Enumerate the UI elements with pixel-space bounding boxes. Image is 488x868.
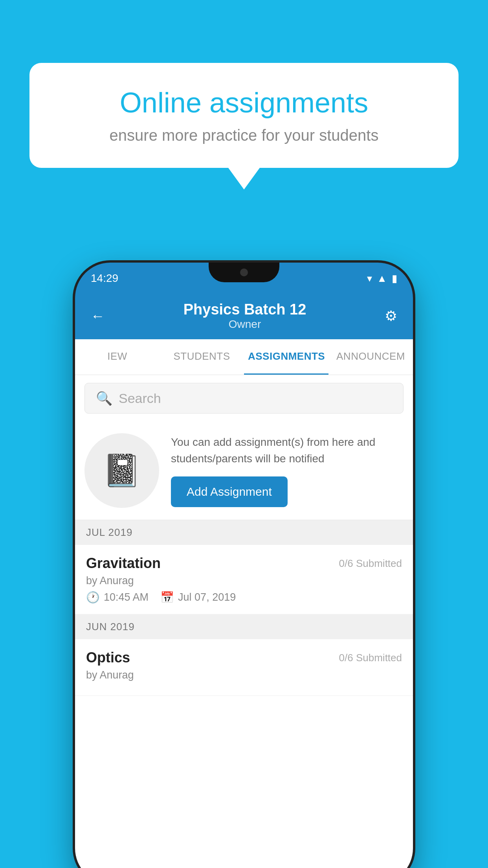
tab-students[interactable]: STUDENTS (160, 339, 244, 375)
speech-bubble-arrow (228, 168, 260, 189)
search-icon: 🔍 (96, 390, 112, 406)
assignment-submitted-optics: 0/6 Submitted (339, 652, 402, 664)
section-header-jul: JUL 2019 (75, 520, 413, 545)
phone-screen: 🔍 Search 📓 You can add assignment(s) fro… (75, 375, 413, 868)
assignment-top-row: Gravitation 0/6 Submitted (86, 555, 402, 572)
add-assignment-button[interactable]: Add Assignment (171, 476, 288, 507)
promo-content: You can add assignment(s) from here and … (171, 434, 404, 507)
promo-icon-circle: 📓 (84, 433, 159, 508)
assignment-item-optics[interactable]: Optics 0/6 Submitted by Anurag (75, 639, 413, 696)
battery-icon: ▮ (392, 272, 397, 285)
tab-overview[interactable]: IEW (75, 339, 160, 375)
assignment-date: 📅 Jul 07, 2019 (160, 591, 236, 604)
assignment-name: Gravitation (86, 555, 161, 572)
signal-icon: ▲ (377, 272, 387, 285)
batch-role: Owner (183, 318, 306, 331)
header-center: Physics Batch 12 Owner (183, 301, 306, 331)
phone-frame: 14:29 ▾ ▲ ▮ ← Physics Batch 12 Owner ⚙ I… (75, 263, 413, 868)
status-bar: 14:29 ▾ ▲ ▮ (75, 263, 413, 294)
search-placeholder: Search (119, 391, 161, 406)
assignment-meta: 🕐 10:45 AM 📅 Jul 07, 2019 (86, 591, 402, 604)
status-time: 14:29 (91, 272, 118, 285)
tab-announcements[interactable]: ANNOUNCEM (328, 339, 413, 375)
section-header-jun: JUN 2019 (75, 614, 413, 639)
calendar-icon: 📅 (160, 591, 174, 604)
wifi-icon: ▾ (367, 272, 372, 285)
status-icons: ▾ ▲ ▮ (367, 272, 397, 285)
assignment-name-optics: Optics (86, 649, 130, 666)
settings-button[interactable]: ⚙ (385, 308, 397, 324)
tab-assignments[interactable]: ASSIGNMENTS (244, 339, 328, 375)
assignment-time: 🕐 10:45 AM (86, 591, 149, 604)
speech-bubble-wrapper: Online assignments ensure more practice … (29, 63, 459, 189)
back-button[interactable]: ← (91, 308, 105, 324)
clock-icon: 🕐 (86, 591, 100, 604)
tabs-bar: IEW STUDENTS ASSIGNMENTS ANNOUNCEM (75, 339, 413, 375)
promo-description: You can add assignment(s) from here and … (171, 434, 404, 467)
speech-bubble-subtitle: ensure more practice for your students (57, 127, 431, 144)
assignment-item-gravitation[interactable]: Gravitation 0/6 Submitted by Anurag 🕐 10… (75, 545, 413, 614)
search-bar-wrapper: 🔍 Search (75, 375, 413, 421)
promo-area: 📓 You can add assignment(s) from here an… (75, 421, 413, 520)
speech-bubble-title: Online assignments (57, 86, 431, 119)
notch (209, 263, 279, 282)
assignment-by: by Anurag (86, 575, 402, 587)
search-bar[interactable]: 🔍 Search (84, 383, 404, 414)
assignment-top-row-optics: Optics 0/6 Submitted (86, 649, 402, 666)
assignment-by-optics: by Anurag (86, 669, 402, 681)
notebook-icon: 📓 (102, 452, 141, 489)
assignment-submitted: 0/6 Submitted (339, 557, 402, 570)
batch-title: Physics Batch 12 (183, 301, 306, 318)
app-header: ← Physics Batch 12 Owner ⚙ (75, 294, 413, 339)
speech-bubble: Online assignments ensure more practice … (29, 63, 459, 168)
camera (240, 268, 248, 276)
